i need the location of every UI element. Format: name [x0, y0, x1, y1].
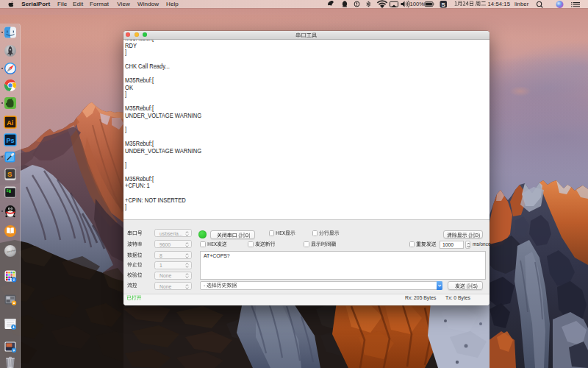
svg-text:Ai: Ai	[7, 119, 13, 127]
svg-text:S: S	[442, 1, 446, 8]
svg-text:$▮: $▮	[6, 188, 10, 194]
svg-text:Ps: Ps	[6, 137, 14, 144]
svg-text:S: S	[7, 170, 12, 178]
svg-text:100%: 100%	[410, 1, 425, 7]
